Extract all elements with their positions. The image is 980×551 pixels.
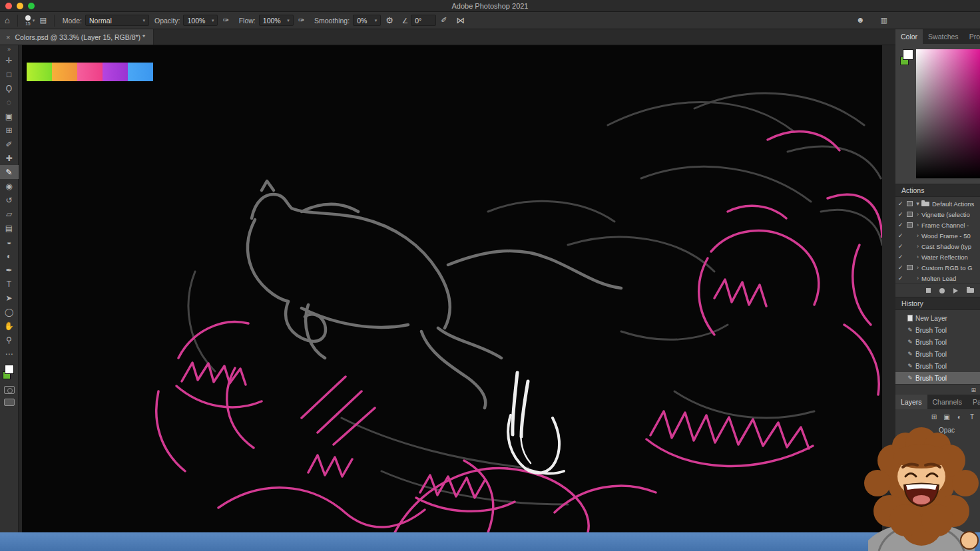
document-tab[interactable]: × Colors.psd @ 33.3% (Layer 15, RGB/8*) …	[0, 29, 154, 45]
filter-pixel-icon[interactable]: ▣	[943, 413, 951, 421]
filter-kind-icon[interactable]: ⊞	[930, 413, 938, 421]
mode-dropdown[interactable]: Normal ▾	[85, 15, 149, 26]
eyedropper-tool[interactable]: ✐	[0, 137, 19, 151]
clone-stamp-tool[interactable]: ◉	[0, 179, 19, 193]
action-row[interactable]: ✓ › Molten Lead	[895, 273, 980, 283]
tab-color[interactable]: Color	[895, 29, 923, 44]
action-checkbox[interactable]: ✓	[895, 200, 905, 207]
frame-tool[interactable]: ⊞	[0, 123, 19, 137]
chevron-down-icon[interactable]: ▾	[914, 200, 921, 207]
lasso-tool[interactable]: Ϙ	[0, 81, 19, 95]
action-checkbox[interactable]: ✓	[895, 254, 905, 260]
quick-mask-button[interactable]	[4, 386, 15, 394]
share-user-icon[interactable]: ☻	[852, 12, 869, 29]
history-panel-header[interactable]: History	[895, 297, 980, 310]
airbrush-icon[interactable]: ✑	[294, 12, 309, 29]
action-dialog-toggle[interactable]	[905, 201, 914, 206]
object-selection-tool[interactable]: ◌	[0, 95, 19, 109]
foreground-color-chip[interactable]	[5, 365, 14, 374]
chevron-right-icon[interactable]: ›	[914, 243, 921, 250]
blur-tool[interactable]: ◒	[0, 235, 19, 249]
action-row[interactable]: ✓ › Vignette (selectio	[895, 209, 980, 220]
record-icon[interactable]	[939, 288, 945, 293]
tab-properties[interactable]: Properti	[964, 29, 980, 44]
filter-type-icon[interactable]: T	[968, 413, 976, 421]
smoothing-dropdown[interactable]: 0% ▾	[353, 15, 381, 26]
action-dialog-toggle[interactable]	[905, 265, 914, 270]
tab-swatches[interactable]: Swatches	[923, 29, 964, 44]
action-checkbox[interactable]: ✓	[895, 211, 905, 218]
history-row[interactable]: ✎ Brush Tool	[895, 348, 980, 360]
workspace-icon[interactable]: ▥	[876, 12, 892, 29]
action-checkbox[interactable]: ✓	[895, 222, 905, 228]
action-row[interactable]: ✓ › Custom RGB to G	[895, 262, 980, 273]
crop-tool[interactable]: ▣	[0, 109, 19, 123]
chevron-right-icon[interactable]: ›	[914, 222, 921, 228]
brush-angle-control[interactable]: ∠ 0°	[402, 15, 436, 26]
color-picker-gradient[interactable]	[916, 49, 980, 178]
chevron-right-icon[interactable]: ›	[914, 232, 921, 239]
type-tool[interactable]: T	[0, 277, 19, 291]
close-icon[interactable]: ×	[6, 33, 10, 41]
tab-layers[interactable]: Layers	[895, 395, 927, 409]
eraser-tool[interactable]: ▱	[0, 207, 19, 221]
home-icon[interactable]: ⌂	[0, 12, 15, 29]
pressure-size-icon[interactable]: ✐	[436, 12, 451, 29]
symmetry-icon[interactable]: ⋈	[451, 12, 469, 29]
action-checkbox[interactable]: ✓	[895, 264, 905, 271]
edit-toolbar-button[interactable]: ⋯	[0, 347, 19, 361]
action-checkbox[interactable]: ✓	[895, 232, 905, 239]
brush-tool[interactable]: ✎	[0, 165, 19, 179]
action-checkbox[interactable]: ✓	[895, 275, 905, 281]
foreground-color-chip[interactable]	[903, 49, 913, 60]
new-action-set-icon[interactable]	[967, 288, 974, 293]
history-row[interactable]: ✎ Brush Tool	[895, 336, 980, 348]
chevron-right-icon[interactable]: ›	[914, 254, 921, 260]
flow-dropdown[interactable]: 100% ▾	[259, 15, 294, 26]
actions-panel-header[interactable]: Actions	[895, 184, 980, 197]
marquee-tool[interactable]: □	[0, 67, 19, 81]
history-row-selected[interactable]: ✎ Brush Tool	[895, 372, 980, 384]
canvas-area[interactable]	[22, 45, 882, 532]
chevron-right-icon[interactable]: ›	[914, 211, 921, 218]
history-brush-tool[interactable]: ↺	[0, 193, 19, 207]
pen-tool[interactable]: ✒	[0, 263, 19, 277]
history-row[interactable]: ✎ Brush Tool	[895, 324, 980, 336]
foreground-background-colors[interactable]	[1, 364, 17, 381]
chevron-right-icon[interactable]: ›	[914, 275, 921, 281]
action-checkbox[interactable]: ✓	[895, 243, 905, 250]
history-row[interactable]: New Layer	[895, 312, 980, 324]
pressure-opacity-icon[interactable]: ✑	[218, 12, 233, 29]
action-row[interactable]: ✓ › Wood Frame - 50	[895, 230, 980, 241]
filter-adjustment-icon[interactable]: ◐	[955, 413, 963, 421]
history-row[interactable]: ✎ Brush Tool	[895, 360, 980, 372]
brush-settings-panel-icon[interactable]: ▤	[35, 12, 51, 29]
shape-tool[interactable]: ◯	[0, 305, 19, 319]
opacity-dropdown[interactable]: 100% ▾	[183, 15, 218, 26]
color-panel-fg-bg-chips[interactable]	[899, 49, 917, 67]
brush-preset-picker[interactable]: 15	[23, 15, 33, 27]
action-row[interactable]: ✓ › Cast Shadow (typ	[895, 241, 980, 252]
gradient-tool[interactable]: ▤	[0, 221, 19, 235]
move-tool[interactable]: ✛	[0, 53, 19, 67]
stop-icon[interactable]	[926, 288, 931, 293]
action-row[interactable]: ✓ ▾ Default Actions	[895, 198, 980, 209]
tab-paths[interactable]: Paths	[967, 395, 980, 409]
dodge-tool[interactable]: ◐	[0, 249, 19, 263]
action-dialog-toggle[interactable]	[905, 222, 914, 228]
zoom-tool[interactable]: ⚲	[0, 333, 19, 347]
healing-brush-tool[interactable]: ✚	[0, 151, 19, 165]
hand-tool[interactable]: ✋	[0, 319, 19, 333]
toolbar-collapse-icon[interactable]: »	[7, 45, 11, 53]
path-selection-tool[interactable]: ➤	[0, 291, 19, 305]
play-icon[interactable]	[953, 288, 958, 293]
screen-mode-button[interactable]	[4, 399, 15, 406]
angle-field[interactable]: 0°	[411, 15, 436, 26]
action-row[interactable]: ✓ › Frame Channel -	[895, 220, 980, 230]
chevron-right-icon[interactable]: ›	[914, 264, 921, 271]
action-row[interactable]: ✓ › Water Reflection	[895, 252, 980, 262]
tab-channels[interactable]: Channels	[927, 395, 967, 409]
action-dialog-toggle[interactable]	[905, 212, 914, 217]
panel-options-icon[interactable]: ⊞	[971, 387, 976, 393]
smoothing-options-gear-icon[interactable]: ⚙	[381, 12, 398, 29]
